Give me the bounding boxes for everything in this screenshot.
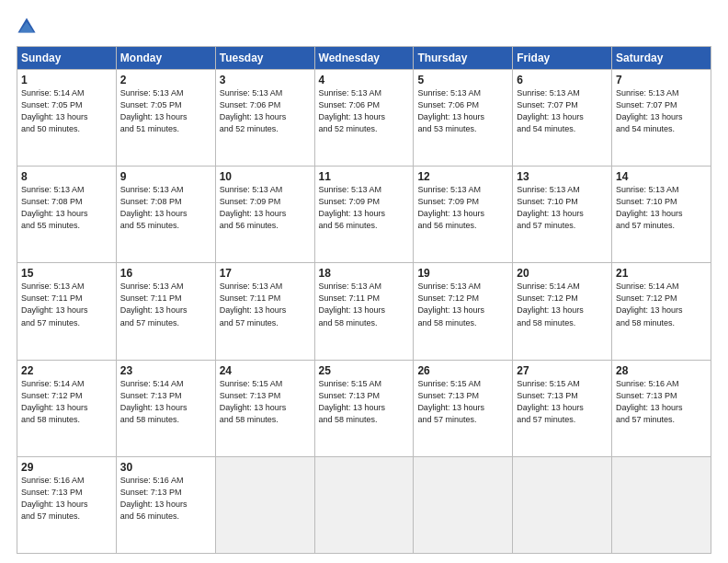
page: SundayMondayTuesdayWednesdayThursdayFrid… [0, 0, 728, 563]
calendar-week-3: 15Sunrise: 5:13 AM Sunset: 7:11 PM Dayli… [17, 263, 711, 360]
day-info: Sunrise: 5:13 AM Sunset: 7:11 PM Dayligh… [220, 281, 311, 328]
day-info: Sunrise: 5:15 AM Sunset: 7:13 PM Dayligh… [220, 378, 311, 426]
calendar-cell [414, 456, 513, 553]
day-info: Sunrise: 5:14 AM Sunset: 7:12 PM Dayligh… [21, 378, 112, 426]
day-number: 18 [319, 267, 410, 280]
day-number: 13 [517, 170, 608, 183]
header [17, 17, 711, 37]
calendar-week-2: 8Sunrise: 5:13 AM Sunset: 7:08 PM Daylig… [17, 167, 711, 263]
day-number: 8 [21, 170, 112, 183]
day-info: Sunrise: 5:13 AM Sunset: 7:11 PM Dayligh… [319, 281, 410, 328]
day-info: Sunrise: 5:13 AM Sunset: 7:11 PM Dayligh… [21, 281, 112, 328]
day-info: Sunrise: 5:13 AM Sunset: 7:11 PM Dayligh… [120, 281, 211, 328]
calendar-cell: 2Sunrise: 5:13 AM Sunset: 7:05 PM Daylig… [116, 70, 215, 167]
day-info: Sunrise: 5:13 AM Sunset: 7:08 PM Dayligh… [120, 184, 211, 232]
calendar-cell: 24Sunrise: 5:15 AM Sunset: 7:13 PM Dayli… [215, 360, 314, 456]
day-number: 28 [616, 364, 707, 377]
day-number: 11 [319, 170, 410, 183]
calendar-cell: 21Sunrise: 5:14 AM Sunset: 7:12 PM Dayli… [612, 263, 711, 360]
calendar-header-monday: Monday [116, 47, 215, 70]
calendar-header-tuesday: Tuesday [215, 47, 314, 70]
calendar-table: SundayMondayTuesdayWednesdayThursdayFrid… [17, 46, 711, 554]
day-info: Sunrise: 5:13 AM Sunset: 7:09 PM Dayligh… [220, 184, 311, 232]
day-number: 4 [319, 74, 410, 86]
calendar-cell: 13Sunrise: 5:13 AM Sunset: 7:10 PM Dayli… [513, 167, 612, 263]
day-info: Sunrise: 5:16 AM Sunset: 7:13 PM Dayligh… [120, 475, 211, 523]
calendar-cell: 10Sunrise: 5:13 AM Sunset: 7:09 PM Dayli… [215, 167, 314, 263]
calendar-cell: 30Sunrise: 5:16 AM Sunset: 7:13 PM Dayli… [116, 456, 215, 553]
day-number: 15 [21, 267, 112, 280]
day-info: Sunrise: 5:14 AM Sunset: 7:13 PM Dayligh… [120, 378, 211, 426]
day-number: 20 [517, 267, 608, 280]
calendar-cell: 28Sunrise: 5:16 AM Sunset: 7:13 PM Dayli… [612, 360, 711, 456]
day-number: 26 [417, 364, 508, 377]
calendar-cell: 25Sunrise: 5:15 AM Sunset: 7:13 PM Dayli… [314, 360, 414, 456]
calendar-cell: 29Sunrise: 5:16 AM Sunset: 7:13 PM Dayli… [17, 456, 117, 553]
day-number: 2 [120, 74, 211, 86]
day-number: 25 [319, 364, 410, 377]
calendar-cell: 16Sunrise: 5:13 AM Sunset: 7:11 PM Dayli… [116, 263, 215, 360]
calendar-cell: 6Sunrise: 5:13 AM Sunset: 7:07 PM Daylig… [513, 70, 612, 167]
day-info: Sunrise: 5:15 AM Sunset: 7:13 PM Dayligh… [517, 378, 608, 426]
day-number: 30 [120, 461, 211, 474]
calendar-week-4: 22Sunrise: 5:14 AM Sunset: 7:12 PM Dayli… [17, 360, 711, 456]
day-info: Sunrise: 5:13 AM Sunset: 7:07 PM Dayligh… [517, 87, 608, 135]
calendar-cell [314, 456, 414, 553]
day-number: 1 [21, 74, 112, 86]
day-info: Sunrise: 5:13 AM Sunset: 7:05 PM Dayligh… [120, 87, 211, 135]
day-info: Sunrise: 5:13 AM Sunset: 7:08 PM Dayligh… [21, 184, 112, 232]
day-number: 22 [21, 364, 112, 377]
day-number: 9 [120, 170, 211, 183]
day-info: Sunrise: 5:13 AM Sunset: 7:06 PM Dayligh… [417, 87, 508, 135]
calendar-week-5: 29Sunrise: 5:16 AM Sunset: 7:13 PM Dayli… [17, 456, 711, 553]
calendar-cell: 15Sunrise: 5:13 AM Sunset: 7:11 PM Dayli… [17, 263, 117, 360]
calendar-week-1: 1Sunrise: 5:14 AM Sunset: 7:05 PM Daylig… [17, 70, 711, 167]
day-info: Sunrise: 5:13 AM Sunset: 7:06 PM Dayligh… [220, 87, 311, 135]
day-info: Sunrise: 5:13 AM Sunset: 7:09 PM Dayligh… [319, 184, 410, 232]
day-number: 23 [120, 364, 211, 377]
day-info: Sunrise: 5:14 AM Sunset: 7:12 PM Dayligh… [616, 281, 707, 328]
day-number: 10 [220, 170, 311, 183]
calendar-cell [215, 456, 314, 553]
calendar-cell: 26Sunrise: 5:15 AM Sunset: 7:13 PM Dayli… [414, 360, 513, 456]
day-info: Sunrise: 5:13 AM Sunset: 7:10 PM Dayligh… [517, 184, 608, 232]
calendar-cell: 14Sunrise: 5:13 AM Sunset: 7:10 PM Dayli… [612, 167, 711, 263]
calendar-header-saturday: Saturday [612, 47, 711, 70]
calendar-cell: 23Sunrise: 5:14 AM Sunset: 7:13 PM Dayli… [116, 360, 215, 456]
day-number: 7 [616, 74, 707, 86]
day-number: 12 [417, 170, 508, 183]
day-info: Sunrise: 5:13 AM Sunset: 7:12 PM Dayligh… [417, 281, 508, 328]
day-number: 29 [21, 461, 112, 474]
calendar-cell: 4Sunrise: 5:13 AM Sunset: 7:06 PM Daylig… [314, 70, 414, 167]
day-number: 14 [616, 170, 707, 183]
calendar-cell: 18Sunrise: 5:13 AM Sunset: 7:11 PM Dayli… [314, 263, 414, 360]
calendar-cell: 17Sunrise: 5:13 AM Sunset: 7:11 PM Dayli… [215, 263, 314, 360]
calendar-cell [513, 456, 612, 553]
calendar-header-row: SundayMondayTuesdayWednesdayThursdayFrid… [17, 47, 711, 70]
day-info: Sunrise: 5:16 AM Sunset: 7:13 PM Dayligh… [616, 378, 707, 426]
day-info: Sunrise: 5:14 AM Sunset: 7:12 PM Dayligh… [517, 281, 608, 328]
calendar-cell: 12Sunrise: 5:13 AM Sunset: 7:09 PM Dayli… [414, 167, 513, 263]
day-info: Sunrise: 5:15 AM Sunset: 7:13 PM Dayligh… [417, 378, 508, 426]
calendar-cell: 5Sunrise: 5:13 AM Sunset: 7:06 PM Daylig… [414, 70, 513, 167]
day-info: Sunrise: 5:14 AM Sunset: 7:05 PM Dayligh… [21, 87, 112, 135]
day-number: 24 [220, 364, 311, 377]
day-info: Sunrise: 5:15 AM Sunset: 7:13 PM Dayligh… [319, 378, 410, 426]
day-number: 21 [616, 267, 707, 280]
day-number: 3 [220, 74, 311, 86]
calendar-cell [612, 456, 711, 553]
calendar-cell: 8Sunrise: 5:13 AM Sunset: 7:08 PM Daylig… [17, 167, 117, 263]
logo [17, 17, 40, 37]
day-info: Sunrise: 5:13 AM Sunset: 7:07 PM Dayligh… [616, 87, 707, 135]
calendar-cell: 20Sunrise: 5:14 AM Sunset: 7:12 PM Dayli… [513, 263, 612, 360]
calendar-cell: 19Sunrise: 5:13 AM Sunset: 7:12 PM Dayli… [414, 263, 513, 360]
day-number: 19 [417, 267, 508, 280]
calendar-header-thursday: Thursday [414, 47, 513, 70]
calendar-cell: 3Sunrise: 5:13 AM Sunset: 7:06 PM Daylig… [215, 70, 314, 167]
logo-icon [17, 17, 37, 37]
day-number: 27 [517, 364, 608, 377]
calendar-cell: 1Sunrise: 5:14 AM Sunset: 7:05 PM Daylig… [17, 70, 117, 167]
day-number: 16 [120, 267, 211, 280]
calendar-cell: 22Sunrise: 5:14 AM Sunset: 7:12 PM Dayli… [17, 360, 117, 456]
day-info: Sunrise: 5:13 AM Sunset: 7:10 PM Dayligh… [616, 184, 707, 232]
